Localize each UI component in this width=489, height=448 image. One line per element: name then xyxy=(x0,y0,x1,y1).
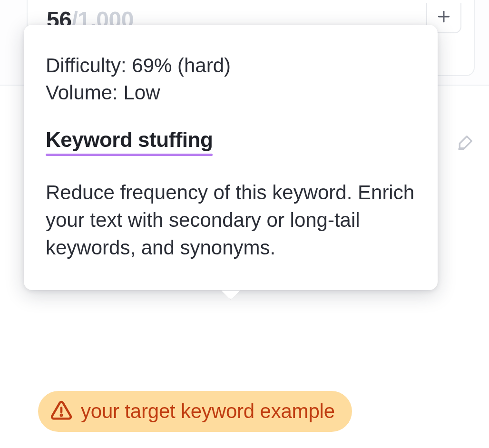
difficulty-line: Difficulty: 69% (hard) xyxy=(46,52,416,79)
volume-label: Volume: xyxy=(46,81,118,104)
highlight-icon xyxy=(456,133,475,152)
keyword-pill-text: your target keyword example xyxy=(81,400,335,423)
difficulty-label: Difficulty: xyxy=(46,54,127,77)
keyword-info-tooltip: Difficulty: 69% (hard) Volume: Low Keywo… xyxy=(24,25,438,290)
volume-line: Volume: Low xyxy=(46,79,416,107)
difficulty-value: 69% xyxy=(132,54,172,77)
svg-point-3 xyxy=(61,415,62,416)
tooltip-heading: Keyword stuffing xyxy=(46,128,213,156)
difficulty-qualifier: (hard) xyxy=(177,54,231,77)
volume-value: Low xyxy=(123,81,160,104)
keyword-warning-pill[interactable]: your target keyword example xyxy=(38,391,352,432)
warning-triangle-icon xyxy=(50,399,72,423)
heading-underline xyxy=(46,154,213,156)
tooltip-heading-text: Keyword stuffing xyxy=(46,128,213,152)
plus-icon xyxy=(436,9,451,26)
tooltip-description: Reduce frequency of this keyword. Enrich… xyxy=(46,179,416,262)
